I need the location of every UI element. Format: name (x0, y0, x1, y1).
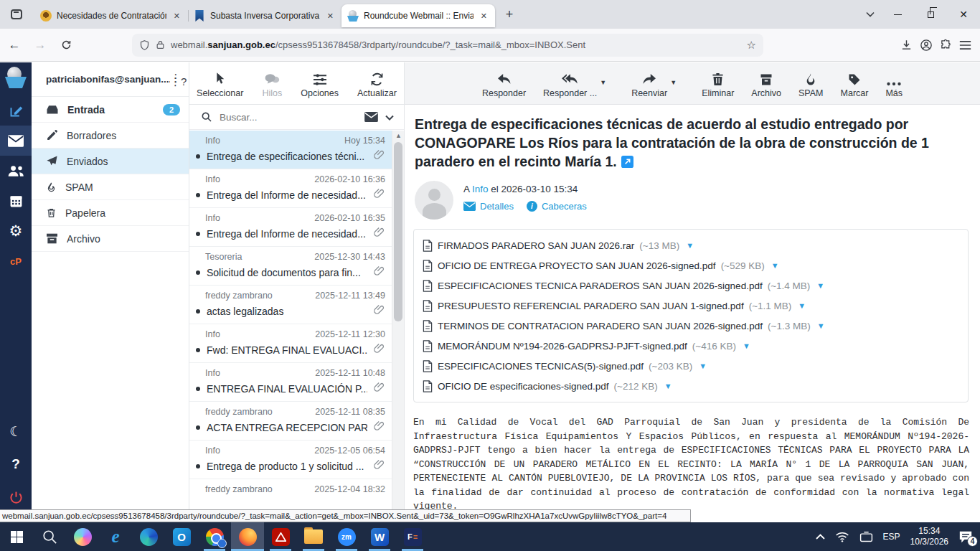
account-icon[interactable] (920, 39, 933, 52)
attachment-item[interactable]: FIRMADOS PARADERO SAN JUAN 2026.rar (~13… (423, 235, 959, 255)
contacts-nav-icon[interactable] (0, 156, 32, 186)
search-scope-envelope-icon[interactable] (364, 112, 378, 122)
calendar-nav-icon[interactable] (0, 186, 32, 216)
zoom-icon[interactable]: zm (330, 522, 363, 551)
folder-entrada[interactable]: Entrada 2 (32, 97, 189, 123)
taskbar-search-icon[interactable] (33, 522, 66, 551)
forward-button[interactable]: Reenviar ▼ (631, 70, 667, 98)
dark-mode-icon[interactable]: ☾ (0, 416, 32, 446)
unread-dot[interactable] (196, 387, 200, 391)
folder-spam[interactable]: SPAM (32, 174, 189, 200)
tab-close-icon[interactable]: ✕ (325, 11, 336, 22)
attachment-menu-caret[interactable]: ▼ (798, 301, 806, 310)
unread-dot[interactable] (196, 193, 200, 197)
more-button[interactable]: Más (885, 70, 903, 98)
refresh-button[interactable]: Actualizar (357, 70, 397, 98)
file-explorer-icon[interactable] (297, 522, 330, 551)
message-list-item[interactable]: Info 2025-12-11 10:48 ENTREGA FINAL EVAL… (189, 363, 392, 402)
attachment-menu-caret[interactable]: ▼ (817, 321, 825, 330)
account-menu-kebab-icon[interactable]: ⋮⋮? (170, 76, 182, 83)
attachment-menu-caret[interactable]: ▼ (664, 382, 672, 390)
language-indicator[interactable]: ESP (883, 532, 900, 542)
reply-button[interactable]: Responder (482, 70, 526, 98)
attachment-item[interactable]: MEMORÁNDUM Nº194-2026-GADPRSJ-PJFT-signe… (423, 336, 959, 356)
list-all-tabs-icon[interactable] (859, 0, 881, 29)
outlook-icon[interactable]: O (165, 522, 198, 551)
search-input[interactable] (220, 112, 357, 123)
mail-nav-icon[interactable] (0, 126, 32, 156)
unread-dot[interactable] (196, 270, 200, 275)
scrollbar-thumb[interactable] (394, 142, 402, 321)
unread-dot[interactable] (196, 154, 200, 159)
unread-dot[interactable] (196, 425, 200, 430)
edge-icon[interactable] (132, 522, 165, 551)
logout-power-icon[interactable] (0, 482, 32, 512)
folder-archivo[interactable]: Archivo (32, 226, 189, 252)
unread-dot[interactable] (196, 348, 200, 352)
settings-gear-icon[interactable]: ⚙ (0, 216, 32, 246)
message-list-item[interactable]: Info 2026-02-10 16:35 Entrega del Inform… (189, 208, 392, 247)
lock-icon[interactable] (156, 39, 165, 50)
select-button[interactable]: Seleccionar (197, 70, 243, 98)
attachment-menu-caret[interactable]: ▼ (743, 342, 750, 350)
archive-button[interactable]: Archivo (751, 70, 781, 98)
url-bar[interactable]: webmail.sanjuan.gob.ec/cpsess9513678458/… (132, 34, 763, 57)
extensions-icon[interactable] (940, 39, 952, 51)
recipient-link[interactable]: Info (472, 184, 489, 194)
attachment-item[interactable]: OFICIO DE ENTREGA PROYECTO SAN JUAN 2026… (423, 255, 959, 276)
details-link[interactable]: Detalles (463, 201, 514, 212)
wifi-icon[interactable] (835, 532, 849, 542)
downloads-icon[interactable] (900, 39, 913, 51)
browser-tab-2[interactable]: Subasta Inversa Corporativa de ✕ (188, 4, 341, 27)
forward-dropdown-caret[interactable]: ▼ (670, 79, 677, 86)
reply-all-dropdown-caret[interactable]: ▼ (600, 79, 606, 86)
attachment-item[interactable]: PRESUPUESTO REFERENCIAL PARADERO SAN JUA… (423, 296, 959, 316)
firefox-icon[interactable] (231, 522, 264, 551)
back-button[interactable]: ← (3, 34, 26, 57)
unread-dot[interactable] (196, 309, 200, 314)
firmaec-icon[interactable]: F≡ (396, 522, 429, 551)
word-icon[interactable]: W (363, 522, 396, 551)
folder-borradores[interactable]: Borradores (32, 123, 189, 149)
window-close-button[interactable]: ✕ (947, 0, 980, 29)
attachment-item[interactable]: ESPECIFICACIONES TECNICAS(5)-signed.pdf … (423, 356, 707, 376)
external-link-icon[interactable] (621, 154, 633, 166)
message-list-item[interactable]: Tesoreria 2025-12-30 14:43 Solicitud de … (189, 247, 392, 286)
forward-button[interactable]: → (29, 34, 52, 57)
attachment-menu-caret[interactable]: ▼ (686, 241, 694, 250)
spam-button[interactable]: SPAM (798, 70, 824, 98)
new-tab-button[interactable]: + (499, 4, 519, 24)
reply-all-button[interactable]: Responder ... ▼ (543, 70, 597, 98)
delete-button[interactable]: Eliminar (702, 70, 734, 98)
shield-icon[interactable] (139, 39, 150, 51)
tab-close-icon[interactable]: ✕ (171, 11, 182, 22)
options-button[interactable]: Opciones (301, 70, 339, 98)
unread-dot[interactable] (196, 464, 200, 468)
message-list-item[interactable]: freddy zambrano 2025-12-11 13:49 actas l… (189, 286, 392, 324)
notification-center-icon[interactable]: 4 (958, 530, 973, 543)
menu-hamburger-icon[interactable] (959, 40, 971, 50)
list-scrollbar[interactable]: ▲ ▼ (392, 131, 404, 522)
window-restore-button[interactable] (914, 0, 947, 29)
window-minimize-button[interactable] (881, 0, 914, 29)
acrobat-icon[interactable] (264, 522, 297, 551)
message-list-item[interactable]: Info Hoy 15:34 Entrega de especificacion… (189, 131, 392, 169)
attachment-menu-caret[interactable]: ▼ (816, 281, 824, 290)
attachment-menu-caret[interactable]: ▼ (771, 261, 779, 270)
chrome-icon[interactable] (198, 522, 231, 551)
message-list-item[interactable]: Info 2025-12-05 06:54 Entrega de product… (189, 441, 392, 479)
firefox-view-icon[interactable] (6, 4, 27, 24)
headers-link[interactable]: i Cabeceras (527, 201, 587, 212)
attachment-item[interactable]: ESPECIFICACIONES TECNICA PARADEROS SAN J… (423, 276, 959, 296)
message-list-item[interactable]: freddy zambrano 2025-12-11 08:35 ACTA EN… (189, 402, 392, 441)
browser-tab-active[interactable]: Roundcube Webmail :: Enviados ✕ (341, 4, 495, 27)
clock[interactable]: 15:34 10/3/2026 (910, 526, 948, 547)
folder-enviados[interactable]: Enviados (32, 149, 189, 174)
search-bar[interactable] (189, 105, 404, 130)
help-icon[interactable]: ? (0, 449, 32, 479)
attachment-item[interactable]: TERMINOS DE CONTRATACION PARADERO SAN JU… (423, 316, 959, 336)
compose-button[interactable] (0, 95, 32, 126)
threads-button[interactable]: Hilos (262, 70, 282, 98)
internet-explorer-icon[interactable]: e (99, 522, 132, 551)
attachment-item[interactable]: OFICIO DE especificaciones-signed.pdf (~… (423, 376, 672, 396)
